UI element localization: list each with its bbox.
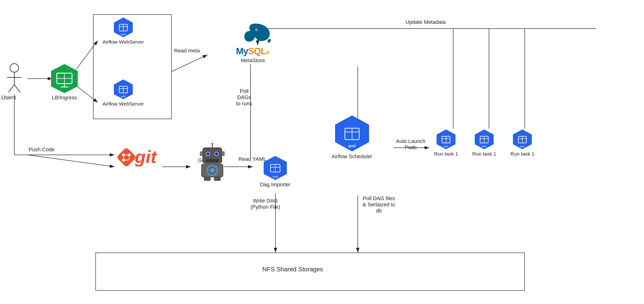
svg-line-5 (172, 55, 208, 71)
svg-point-44 (256, 29, 257, 30)
svg-text:pod: pod (121, 33, 126, 36)
svg-text:pod: pod (444, 145, 448, 148)
svg-point-46 (122, 153, 125, 156)
push-code-label: Push Code (28, 147, 54, 153)
poll-dag-files-label: Poll DAG files & Serlaized to db (362, 195, 395, 214)
scheduler-label: Airflow Scheduler (332, 153, 372, 160)
svg-text:pod: pod (121, 95, 126, 98)
webserver2-pod: pod Airflow WebServer (102, 79, 144, 107)
svg-point-48 (122, 159, 125, 162)
users-figure (5, 62, 24, 93)
svg-text:pod: pod (348, 144, 356, 148)
svg-point-56 (211, 143, 214, 145)
svg-text:pod: pod (520, 145, 524, 148)
webserver1-pod: pod Airflow WebServer (102, 17, 144, 45)
svg-rect-74 (204, 177, 210, 181)
git-icon: git (117, 148, 136, 168)
poll-dags-label: Poll DAGs to runs (236, 88, 252, 107)
svg-point-53 (207, 153, 209, 155)
architecture-diagram: Users LB/Ingress pod Airflow WebServer (0, 0, 644, 304)
webserver1-label: Airflow WebServer (102, 39, 144, 45)
svg-point-65 (210, 168, 214, 172)
write-dag-label: Write DAG (Python File) (250, 198, 280, 210)
lb-ingress-icon: LB/Ingress (50, 63, 79, 101)
helm-operator-icon (196, 143, 229, 182)
dag-importer-label: Dag Importer (260, 182, 290, 188)
svg-text:pod: pod (273, 175, 278, 178)
metastore-label: MetaStore (229, 57, 277, 64)
lb-ingress-label: LB/Ingress (52, 95, 77, 101)
run-task1-pod-1: pod Run task 1 (434, 129, 458, 157)
svg-line-25 (8, 85, 14, 92)
run-task1-pod-3: pod Run task 1 (510, 129, 534, 157)
svg-rect-75 (214, 177, 221, 181)
scheduler-pod: pod Airflow Scheduler (332, 114, 372, 160)
svg-rect-57 (200, 151, 203, 156)
auto-launch-pods-label: Auto Launch Pods (396, 138, 426, 151)
users-label: Users (1, 94, 16, 101)
run-task1-pod-2: pod Run task 1 (472, 129, 496, 157)
svg-point-54 (216, 153, 218, 155)
svg-text:pod: pod (482, 145, 486, 148)
run-task1-label-1: Run task 1 (434, 151, 458, 157)
webserver2-label: Airflow WebServer (102, 101, 144, 107)
svg-line-26 (14, 85, 20, 92)
update-metadata-label: Update Metadata (406, 19, 446, 25)
read-meta-label: Read meta (174, 48, 200, 54)
svg-line-6 (28, 155, 114, 167)
nfs-storage-label: NFS Shared Storages (262, 266, 323, 273)
svg-rect-45 (117, 148, 136, 167)
svg-rect-58 (222, 151, 225, 156)
dag-importer-pod: pod Dag Importer (260, 155, 290, 188)
metastore-icon: MySQL® MetaStore (229, 21, 277, 64)
run-task1-label-2: Run task 1 (472, 151, 496, 157)
svg-point-22 (10, 64, 18, 72)
run-task1-label-3: Run task 1 (510, 151, 534, 157)
